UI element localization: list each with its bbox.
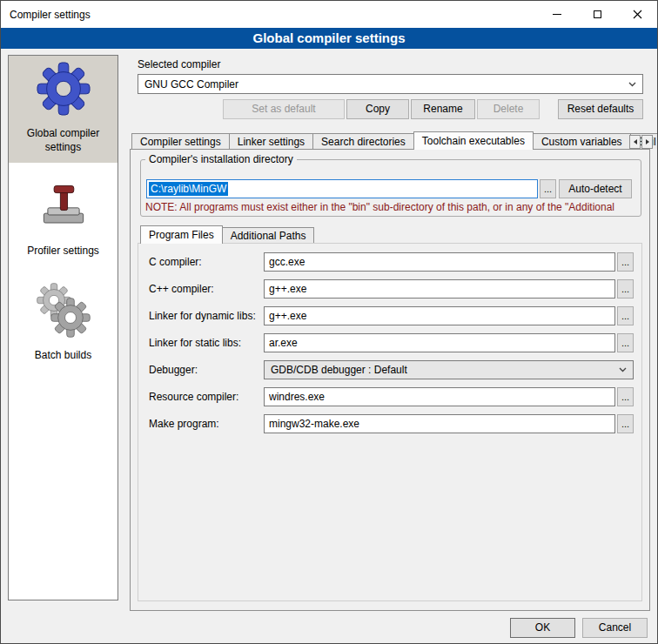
field-label: Make program: <box>149 418 219 430</box>
tab-toolchain-executables[interactable]: Toolchain executables <box>413 131 534 150</box>
chevron-down-icon <box>619 367 627 372</box>
copy-button[interactable]: Copy <box>346 99 409 119</box>
tab-additional-paths[interactable]: Additional Paths <box>222 227 315 243</box>
settings-category-list: Global compiler settings Profiler settin… <box>8 55 118 600</box>
c-compiler-input[interactable] <box>264 252 615 272</box>
linker-dynamic-input[interactable] <box>264 306 615 325</box>
tab-custom-variables[interactable]: Custom variables <box>533 133 631 149</box>
field-row-c-compiler: C compiler: ... <box>1 252 657 272</box>
maximize-icon <box>594 10 601 18</box>
tab-scroll-right-button[interactable] <box>641 135 653 149</box>
field-row-linker-static: Linker for static libs: ... <box>1 333 657 352</box>
sidebar-item-label: Global compiler settings <box>10 127 116 154</box>
tab-linker-settings[interactable]: Linker settings <box>229 133 313 149</box>
field-row-linker-dynamic: Linker for dynamic libs: ... <box>1 306 657 325</box>
delete-button[interactable]: Delete <box>477 99 540 119</box>
profiler-icon <box>10 178 116 234</box>
close-button[interactable] <box>617 1 657 28</box>
tab-compiler-settings[interactable]: Compiler settings <box>131 133 230 149</box>
debugger-value: GDB/CDB debugger : Default <box>271 364 407 376</box>
installation-directory-label: Compiler's installation directory <box>145 153 297 165</box>
field-row-resource-compiler: Resource compiler: ... <box>1 387 657 406</box>
program-files-tabs: Program Files Additional Paths <box>140 225 314 244</box>
blue-gear-icon <box>10 61 116 117</box>
make-program-input[interactable] <box>264 414 615 433</box>
close-icon <box>633 10 642 19</box>
browse-button[interactable]: ... <box>617 387 634 406</box>
cancel-button[interactable]: Cancel <box>582 618 648 638</box>
selected-compiler-label: Selected compiler <box>138 58 220 70</box>
installation-directory-browse-button[interactable]: ... <box>540 179 556 198</box>
triangle-right-icon <box>646 139 649 144</box>
field-label: C compiler: <box>149 256 202 268</box>
set-as-default-button[interactable]: Set as default <box>223 99 345 119</box>
reset-defaults-button[interactable]: Reset defaults <box>558 99 643 119</box>
debugger-dropdown[interactable]: GDB/CDB debugger : Default <box>264 360 634 379</box>
browse-button[interactable]: ... <box>617 414 634 433</box>
field-row-debugger: Debugger: GDB/CDB debugger : Default <box>1 360 657 379</box>
titlebar[interactable]: Compiler settings <box>1 1 657 28</box>
field-label: Resource compiler: <box>149 391 238 403</box>
compiler-settings-window: Compiler settings Global compiler settin… <box>0 0 658 644</box>
tab-program-files[interactable]: Program Files <box>140 225 223 244</box>
dialog-header: Global compiler settings <box>1 28 657 49</box>
resource-compiler-input[interactable] <box>264 387 615 406</box>
field-label: Linker for static libs: <box>149 337 241 349</box>
browse-button[interactable]: ... <box>617 279 634 299</box>
field-label: C++ compiler: <box>149 283 214 295</box>
selected-compiler-dropdown[interactable]: GNU GCC Compiler <box>138 74 643 94</box>
installation-directory-value: C:\raylib\MinGW <box>149 182 228 196</box>
cpp-compiler-input[interactable] <box>264 279 615 299</box>
field-label: Debugger: <box>149 364 198 376</box>
browse-button[interactable]: ... <box>617 252 634 272</box>
installation-directory-input[interactable]: C:\raylib\MinGW <box>146 179 538 198</box>
minimize-icon <box>553 14 561 15</box>
maximize-button[interactable] <box>577 1 617 28</box>
minimize-button[interactable] <box>537 1 577 28</box>
ok-button[interactable]: OK <box>510 618 575 638</box>
triangle-left-icon <box>634 139 637 144</box>
compiler-settings-tabs: Compiler settings Linker settings Search… <box>131 131 658 150</box>
browse-button[interactable]: ... <box>617 306 634 325</box>
field-row-cpp-compiler: C++ compiler: ... <box>1 279 657 299</box>
tab-search-directories[interactable]: Search directories <box>312 133 414 149</box>
sidebar-item-global-compiler-settings[interactable]: Global compiler settings <box>9 56 118 163</box>
bin-subdirectory-note: NOTE: All programs must exist either in … <box>145 201 641 213</box>
window-controls <box>537 1 657 28</box>
auto-detect-button[interactable]: Auto-detect <box>559 179 632 198</box>
field-row-make-program: Make program: ... <box>1 414 657 433</box>
linker-static-input[interactable] <box>264 333 615 352</box>
field-label: Linker for dynamic libs: <box>149 310 256 322</box>
browse-button[interactable]: ... <box>617 333 634 352</box>
selected-compiler-value: GNU GCC Compiler <box>144 78 238 91</box>
chevron-down-icon <box>628 82 636 87</box>
tab-scroll-left-button[interactable] <box>629 135 641 149</box>
rename-button[interactable]: Rename <box>411 99 475 119</box>
window-title: Compiler settings <box>1 9 91 21</box>
